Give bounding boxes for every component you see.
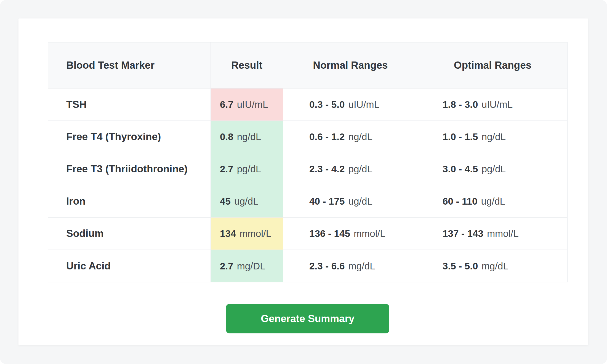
normal-range-value: 2.3 - 6.6 — [309, 261, 345, 272]
marker-name: TSH — [48, 89, 211, 121]
table-row: Uric Acid 2.7 mg/DL 2.3 - 6.6 mg/dL 3.5 … — [48, 250, 567, 282]
table-row: TSH 6.7 uIU/mL 0.3 - 5.0 uIU/mL 1.8 - 3.… — [48, 89, 567, 121]
optimal-range-unit: mg/dL — [481, 261, 508, 272]
normal-range-unit: ng/dL — [348, 131, 372, 142]
result-unit: mg/DL — [237, 261, 265, 272]
optimal-range-cell: 3.0 - 4.5 pg/dL — [418, 153, 567, 185]
optimal-range-value: 3.5 - 5.0 — [443, 261, 478, 272]
optimal-range-unit: mmol/L — [487, 228, 519, 239]
optimal-range-value: 3.0 - 4.5 — [443, 164, 478, 175]
normal-range-unit: ug/dL — [348, 196, 372, 207]
blood-test-table: Blood Test Marker Result Normal Ranges O… — [48, 42, 568, 282]
result-cell: 134 mmol/L — [211, 218, 283, 250]
result-unit: ng/dL — [237, 131, 261, 142]
normal-range-unit: uIU/mL — [348, 99, 379, 110]
normal-range-value: 0.3 - 5.0 — [309, 99, 345, 110]
optimal-range-value: 1.8 - 3.0 — [443, 99, 478, 110]
optimal-range-value: 137 - 143 — [443, 228, 483, 239]
normal-range-value: 0.6 - 1.2 — [309, 131, 345, 142]
result-cell: 2.7 mg/DL — [211, 250, 283, 282]
table-row: Sodium 134 mmol/L 136 - 145 mmol/L 137 -… — [48, 218, 567, 250]
result-value: 0.8 — [220, 131, 233, 142]
result-unit: uIU/mL — [237, 99, 268, 110]
result-value: 2.7 — [220, 164, 233, 175]
header-blood-test-marker: Blood Test Marker — [48, 42, 211, 89]
optimal-range-cell: 137 - 143 mmol/L — [418, 218, 567, 250]
normal-range-value: 2.3 - 4.2 — [309, 164, 345, 175]
result-value: 6.7 — [220, 99, 233, 110]
header-normal-ranges: Normal Ranges — [283, 42, 418, 89]
optimal-range-cell: 3.5 - 5.0 mg/dL — [418, 250, 567, 282]
result-value: 45 — [220, 196, 231, 207]
result-cell: 0.8 ng/dL — [211, 121, 283, 153]
result-value: 2.7 — [220, 261, 233, 272]
result-unit: mmol/L — [239, 228, 271, 239]
table-row: Iron 45 ug/dL 40 - 175 ug/dL 60 - 110 ug… — [48, 185, 567, 218]
page-background: Blood Test Marker Result Normal Ranges O… — [0, 0, 607, 364]
table-row: Free T4 (Thyroxine) 0.8 ng/dL 0.6 - 1.2 … — [48, 121, 567, 153]
optimal-range-value: 1.0 - 1.5 — [443, 131, 478, 142]
optimal-range-cell: 1.8 - 3.0 uIU/mL — [418, 89, 567, 121]
button-row: Generate Summary — [48, 304, 568, 333]
optimal-range-unit: ug/dL — [481, 196, 505, 207]
normal-range-cell: 136 - 145 mmol/L — [283, 218, 418, 250]
marker-name: Free T4 (Thyroxine) — [48, 121, 211, 153]
optimal-range-unit: pg/dL — [481, 164, 506, 175]
optimal-range-cell: 60 - 110 ug/dL — [418, 185, 567, 218]
table-header-row: Blood Test Marker Result Normal Ranges O… — [48, 42, 567, 89]
optimal-range-unit: ng/dL — [481, 131, 506, 142]
result-cell: 2.7 pg/dL — [211, 153, 283, 185]
result-value: 134 — [220, 228, 236, 239]
normal-range-unit: pg/dL — [348, 164, 372, 175]
content-card: Blood Test Marker Result Normal Ranges O… — [18, 18, 588, 345]
normal-range-unit: mmol/L — [354, 228, 385, 239]
header-result: Result — [211, 42, 283, 89]
marker-name: Free T3 (Thriidothronine) — [48, 153, 211, 185]
marker-name: Uric Acid — [48, 250, 211, 282]
marker-name: Sodium — [48, 218, 211, 250]
normal-range-value: 136 - 145 — [309, 228, 350, 239]
normal-range-cell: 2.3 - 6.6 mg/dL — [283, 250, 418, 282]
normal-range-value: 40 - 175 — [309, 196, 345, 207]
optimal-range-cell: 1.0 - 1.5 ng/dL — [418, 121, 567, 153]
result-unit: pg/dL — [237, 164, 261, 175]
optimal-range-value: 60 - 110 — [443, 196, 478, 207]
normal-range-cell: 0.3 - 5.0 uIU/mL — [283, 89, 418, 121]
normal-range-cell: 0.6 - 1.2 ng/dL — [283, 121, 418, 153]
marker-name: Iron — [48, 185, 211, 218]
result-cell: 45 ug/dL — [211, 185, 283, 218]
normal-range-cell: 40 - 175 ug/dL — [283, 185, 418, 218]
optimal-range-unit: uIU/mL — [481, 99, 513, 110]
result-unit: ug/dL — [234, 196, 259, 207]
header-optimal-ranges: Optimal Ranges — [418, 42, 567, 89]
normal-range-unit: mg/dL — [348, 261, 375, 272]
result-cell: 6.7 uIU/mL — [211, 89, 283, 121]
normal-range-cell: 2.3 - 4.2 pg/dL — [283, 153, 418, 185]
table-row: Free T3 (Thriidothronine) 2.7 pg/dL 2.3 … — [48, 153, 567, 185]
table-body: TSH 6.7 uIU/mL 0.3 - 5.0 uIU/mL 1.8 - 3.… — [48, 89, 567, 282]
generate-summary-button[interactable]: Generate Summary — [226, 304, 389, 333]
